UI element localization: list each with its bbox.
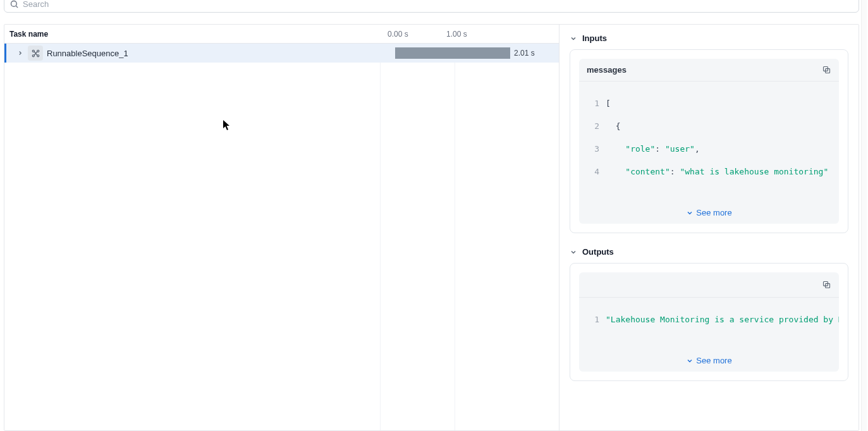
svg-point-0: [11, 1, 17, 6]
outputs-title: Outputs: [582, 247, 614, 257]
chain-icon: [28, 46, 43, 61]
search-icon: [9, 0, 19, 9]
timeline-tick: 0.00 s: [388, 30, 408, 39]
chevron-down-icon: [686, 357, 694, 365]
outputs-code-body: 1"Lakehouse Monitoring is a service prov…: [579, 298, 839, 351]
outputs-panel: 1"Lakehouse Monitoring is a service prov…: [570, 263, 848, 381]
copy-icon[interactable]: [822, 65, 831, 75]
trace-pane: Task name 0.00 s 1.00 s: [4, 25, 559, 430]
inputs-code-body: 1[ 2 { 3 "role": "user", 4 "content": "w…: [579, 82, 839, 203]
chevron-down-icon: [686, 209, 694, 217]
task-name-header: Task name: [4, 30, 380, 39]
search-bar[interactable]: [4, 0, 859, 13]
see-more-button[interactable]: See more: [579, 351, 839, 372]
copy-icon[interactable]: [822, 280, 831, 289]
expand-icon[interactable]: [16, 50, 24, 56]
details-pane: Inputs messages 1[ 2 { 3 "role": "user",…: [559, 25, 859, 430]
timeline-tick: 1.00 s: [446, 30, 467, 39]
search-input[interactable]: [23, 0, 853, 9]
timeline-header: 0.00 s 1.00 s: [380, 25, 559, 43]
inputs-panel: messages 1[ 2 { 3 "role": "user", 4 "con…: [570, 49, 848, 233]
task-row[interactable]: RunnableSequence_1 2.01 s: [4, 44, 559, 63]
task-duration-label: 2.01 s: [514, 49, 535, 58]
outputs-code-card: 1"Lakehouse Monitoring is a service prov…: [579, 272, 839, 372]
chevron-down-icon: [570, 35, 577, 42]
task-duration-bar: [395, 47, 510, 59]
task-name-label: RunnableSequence_1: [47, 49, 128, 58]
see-more-button[interactable]: See more: [579, 203, 839, 224]
chevron-down-icon: [570, 248, 577, 256]
outputs-section-header[interactable]: Outputs: [570, 247, 848, 257]
inputs-code-card: messages 1[ 2 { 3 "role": "user", 4 "con…: [579, 59, 839, 224]
inputs-card-title: messages: [587, 65, 627, 75]
inputs-section-header[interactable]: Inputs: [570, 33, 848, 43]
inputs-title: Inputs: [582, 33, 607, 43]
svg-line-1: [16, 6, 18, 8]
scrollbar-track[interactable]: [861, 0, 867, 431]
trace-header-row: Task name 0.00 s 1.00 s: [4, 25, 559, 44]
